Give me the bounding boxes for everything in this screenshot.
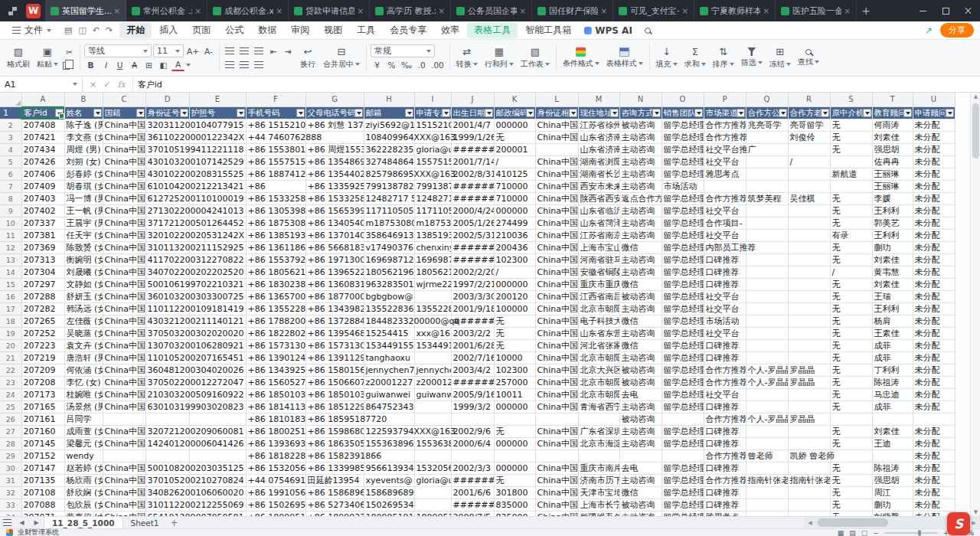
cell[interactable]: 口碑推荐 (704, 352, 746, 364)
cell[interactable]: 155363896 (364, 438, 414, 450)
cell[interactable]: +86 15152100 (246, 119, 305, 132)
column-header[interactable]: N (619, 93, 662, 106)
cell[interactable]: China中国 (535, 462, 578, 475)
cell[interactable]: 成菲 (872, 401, 913, 413)
cell[interactable]: 2003/3/30 (451, 291, 494, 303)
cell[interactable]: 360481200304020026 (145, 364, 189, 377)
cell[interactable]: z20001227@ (414, 377, 451, 389)
cell[interactable]: 207402 (21, 205, 64, 217)
cell[interactable] (872, 413, 913, 426)
cell[interactable]: 430102200208315525 (145, 168, 189, 181)
column-header[interactable]: O (662, 93, 704, 106)
cell[interactable] (451, 413, 494, 426)
cell[interactable]: +86 1391129694 (305, 352, 364, 364)
column-header[interactable]: T (872, 93, 913, 106)
align-left-button[interactable] (224, 59, 237, 71)
home-button[interactable] (0, 0, 24, 21)
cell[interactable]: 马忠迪 (872, 389, 913, 401)
cell[interactable]: 微信 (619, 242, 662, 254)
row-number[interactable]: 30 (0, 462, 21, 475)
cell[interactable] (746, 340, 788, 352)
cell[interactable]: 未分配 (913, 217, 955, 230)
row-number[interactable]: 21 (0, 352, 21, 364)
cell[interactable] (788, 266, 830, 279)
cell[interactable]: China中国 (535, 377, 578, 389)
filter-dropdown-icon[interactable] (610, 109, 619, 117)
column-header[interactable]: Q (746, 93, 788, 106)
cell[interactable]: 207161 (21, 413, 64, 426)
row-number[interactable]: 27 (0, 426, 21, 438)
cell[interactable]: 李媛 (872, 193, 913, 205)
cell[interactable]: 口碑推荐 (704, 438, 746, 450)
cell[interactable]: China中国 (535, 266, 578, 279)
cell[interactable]: chenxinyur (414, 242, 451, 254)
cell[interactable]: China中国 (535, 156, 578, 168)
row-number[interactable]: 28 (0, 438, 21, 450)
cell[interactable]: 刘紫馨 (872, 511, 913, 517)
prev-sheet-button[interactable]: ◀ (15, 517, 29, 528)
cell[interactable]: 无 (830, 487, 872, 499)
cell[interactable] (746, 181, 788, 193)
cell[interactable]: +86 1339985047 (305, 462, 364, 475)
cell[interactable]: 无 (830, 328, 872, 340)
minimize-button[interactable] (911, 0, 934, 21)
cell[interactable]: China中国 (103, 254, 145, 266)
cell[interactable]: 留学总经理 (662, 426, 704, 438)
cell[interactable]: 410125 (494, 168, 535, 181)
cell[interactable] (746, 438, 788, 450)
row-number[interactable]: 17 (0, 303, 21, 315)
cell[interactable] (746, 511, 788, 517)
cell[interactable]: 207426 (21, 156, 64, 168)
cell[interactable]: China中国 (535, 230, 578, 242)
cell[interactable]: 北京市朝阳 (578, 352, 619, 364)
cell[interactable]: 207265 (21, 315, 64, 328)
cell[interactable]: 000000 (494, 205, 535, 217)
cell[interactable]: 612725200110100019 (145, 193, 189, 205)
cell[interactable]: 370502200012272047 (145, 377, 189, 389)
cell[interactable]: China中国 (535, 168, 578, 181)
row-number[interactable]: 19 (0, 328, 21, 340)
cell[interactable] (746, 303, 788, 315)
cell[interactable]: xyevents@ (364, 475, 414, 487)
align-top-button[interactable] (224, 45, 237, 57)
cell[interactable]: 王晨宇 (男 (64, 217, 103, 230)
cell[interactable]: China中国 (103, 511, 145, 517)
cell[interactable]: 未分配 (913, 377, 955, 389)
cell[interactable]: 无 (494, 132, 535, 144)
cell[interactable]: 362228235 (364, 144, 414, 156)
cell[interactable]: 口碑推荐 (704, 499, 746, 511)
cell[interactable]: 207160 (21, 426, 64, 438)
cell[interactable]: 117110505 (364, 205, 414, 217)
cell[interactable]: 王丽琳 (872, 181, 913, 193)
cell[interactable]: 1997/2/21 (451, 279, 494, 291)
menu-item[interactable]: 视图 (317, 22, 349, 38)
cell[interactable] (788, 254, 830, 266)
cell[interactable]: 未分配 (913, 438, 955, 450)
cell[interactable]: jennychen7 (364, 364, 414, 377)
find-button[interactable]: 查找 (795, 48, 822, 68)
cell[interactable] (788, 217, 830, 230)
cell[interactable]: 000000 (494, 279, 535, 291)
cell[interactable]: +86 1850103098 (305, 389, 364, 401)
cell[interactable]: 102300 (494, 254, 535, 266)
cell[interactable]: 32010220020531242X (145, 230, 189, 242)
cell[interactable]: China中国 (535, 352, 578, 364)
cell[interactable]: 无 (830, 475, 872, 487)
cell[interactable]: 邮箱 (364, 106, 414, 119)
cell[interactable] (788, 303, 830, 315)
cell[interactable]: 出生日期 (451, 106, 494, 119)
filter-dropdown-icon[interactable] (55, 109, 64, 117)
cell[interactable]: 无 (830, 426, 872, 438)
cell[interactable]: 274499 (494, 217, 535, 230)
cell[interactable]: 未分配 (913, 364, 955, 377)
number-format-combo[interactable]: 常规 (371, 44, 435, 57)
cell[interactable] (414, 413, 451, 426)
cell[interactable] (788, 168, 830, 181)
cell[interactable]: 济南市历下 (578, 475, 619, 487)
cell[interactable]: 207409 (21, 181, 64, 193)
cell[interactable]: +86 刘慧 137052 (305, 119, 364, 132)
cell[interactable]: 117110505 (414, 205, 451, 217)
cell[interactable] (746, 487, 788, 499)
cell[interactable]: ####### (451, 499, 494, 511)
column-header[interactable]: P (704, 93, 746, 106)
